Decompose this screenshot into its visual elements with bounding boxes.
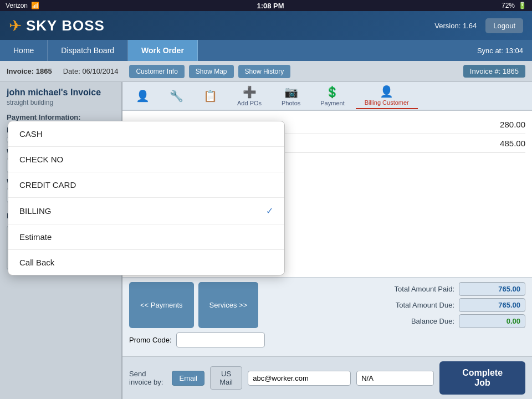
tab-photos-label: Photos	[282, 100, 300, 106]
tab-person[interactable]: 👤	[127, 87, 158, 105]
email-input[interactable]	[248, 371, 351, 386]
tab-wrench[interactable]: 🔧	[161, 87, 192, 105]
payment-method-dropdown-overlay[interactable]: CASHCHECK NOCREDIT CARDBILLING✓EstimateC…	[8, 121, 285, 275]
dropdown-item-call-back[interactable]: Call Back	[8, 250, 284, 275]
invoice-number-info: Invoice: 1865	[7, 67, 52, 75]
dropdown-item-check-no[interactable]: CHECK NO	[8, 147, 284, 172]
tab-billing-customer[interactable]: 👤 Billing Customer	[356, 83, 418, 109]
camera-icon: 📷	[284, 85, 298, 99]
show-history-button[interactable]: Show History	[238, 65, 291, 78]
total-paid-label: Total Amount Paid:	[395, 285, 454, 293]
wifi-icon: 📶	[31, 2, 39, 9]
logo-icon: ✈	[9, 17, 22, 35]
status-bar: Verizon 📶 1:08 PM 72% 🔋	[0, 0, 532, 11]
invoice-subtitle: straight building	[7, 99, 115, 106]
carrier-text: Verizon	[6, 2, 28, 9]
header-right: Version: 1.64 Logout	[434, 18, 523, 33]
invoice-date-info: Date: 06/10/2014	[63, 67, 119, 75]
balance-due-label: Balance Due:	[395, 317, 454, 325]
dropdown-item-estimate[interactable]: Estimate	[8, 224, 284, 250]
nav-work-order[interactable]: Work Order	[128, 40, 198, 61]
tab-clipboard[interactable]: 📋	[195, 87, 226, 105]
nav-buttons: << Payments Services >> Total Amount Pai…	[129, 282, 525, 328]
show-map-button[interactable]: Show Map	[189, 65, 234, 78]
person-icon: 👤	[136, 89, 150, 103]
invoice-badge: Invoice #: 1865	[463, 65, 525, 78]
nav-bar: Home Dispatch Board Work Order Sync at: …	[0, 40, 532, 61]
us-mail-button[interactable]: US Mail	[210, 366, 242, 390]
nav-dispatch-board[interactable]: Dispatch Board	[48, 40, 128, 61]
tab-payment[interactable]: 💲 Payment	[311, 83, 353, 109]
invoice-number: 1865	[36, 67, 52, 75]
logo: ✈ SKY BOSS	[9, 17, 105, 35]
status-bar-left: Verizon 📶	[6, 2, 39, 9]
tab-bar: 👤 🔧 📋 ➕ Add POs 📷 Photos 💲 Payment 👤	[122, 82, 532, 111]
nav-home[interactable]: Home	[0, 40, 48, 61]
customer-info-button[interactable]: Customer Info	[129, 65, 184, 78]
app-header: ✈ SKY BOSS Version: 1.64 Logout	[0, 11, 532, 40]
payment-info-label: Payment Information:	[7, 113, 115, 121]
battery-icon: 🔋	[518, 2, 526, 9]
invoice-label: Invoice:	[7, 67, 34, 75]
dropdown-item-billing[interactable]: BILLING✓	[8, 198, 284, 224]
invoice-title: john michael's Invoice	[7, 88, 115, 98]
total-due-value: 765.00	[459, 298, 525, 312]
promo-row: Promo Code:	[129, 332, 525, 347]
send-label: Send invoice by:	[129, 370, 166, 386]
wrench-icon: 🔧	[170, 89, 183, 103]
totals-grid: Total Amount Paid: 765.00 Total Amount D…	[395, 282, 525, 328]
tab-payment-label: Payment	[320, 100, 344, 106]
bottom-section: << Payments Services >> Total Amount Pai…	[122, 277, 532, 356]
dropdown-item-cash[interactable]: CASH	[8, 121, 284, 147]
sync-text: Sync at: 13:04	[477, 47, 532, 55]
date-label: Date:	[63, 67, 80, 75]
total-due-label: Total Amount Due:	[395, 301, 454, 309]
clipboard-icon: 📋	[203, 89, 217, 103]
time-display: 1:08 PM	[257, 2, 284, 10]
invoice-actions: Customer Info Show Map Show History	[129, 65, 290, 78]
total-paid-value: 765.00	[459, 282, 525, 296]
footer-bar: Send invoice by: Email US Mail Complete …	[122, 356, 532, 399]
tab-add-pos[interactable]: ➕ Add POs	[228, 83, 270, 109]
date-value: 06/10/2014	[82, 67, 118, 75]
dropdown-item-credit-card[interactable]: CREDIT CARD	[8, 172, 284, 198]
payments-button[interactable]: << Payments	[129, 282, 194, 328]
dollar-icon: 💲	[325, 85, 339, 99]
promo-label: Promo Code:	[129, 336, 172, 344]
balance-due-value: 0.00	[459, 314, 525, 328]
status-bar-right: 72% 🔋	[502, 2, 526, 9]
billing-icon: 👤	[380, 85, 393, 98]
complete-job-button[interactable]: Complete Job	[439, 361, 525, 395]
tab-billing-label: Billing Customer	[365, 99, 409, 106]
email-button[interactable]: Email	[172, 371, 204, 386]
services-button[interactable]: Services >>	[198, 282, 259, 328]
amount-value-1: 280.00	[481, 120, 525, 129]
na-input[interactable]	[356, 371, 434, 386]
tab-photos[interactable]: 📷 Photos	[273, 83, 309, 109]
checkmark-icon: ✓	[266, 206, 273, 216]
promo-input[interactable]	[176, 332, 265, 347]
battery-text: 72%	[502, 2, 515, 9]
logo-text: SKY BOSS	[26, 17, 105, 34]
version-text: Version: 1.64	[434, 22, 477, 30]
invoice-bar: Invoice: 1865 Date: 06/10/2014 Customer …	[0, 61, 532, 82]
add-icon: ➕	[243, 85, 257, 99]
amount-value-2: 485.00	[481, 139, 525, 148]
logout-button[interactable]: Logout	[485, 18, 523, 33]
tab-add-pos-label: Add POs	[237, 100, 262, 106]
